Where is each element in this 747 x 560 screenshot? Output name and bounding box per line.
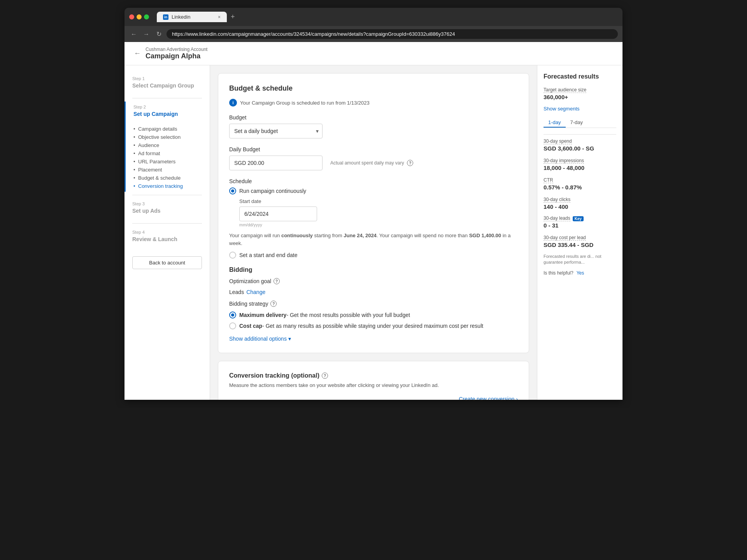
optimization-goal-value: Leads [229,289,244,295]
budget-select-wrapper: Set a daily budget Set a lifetime budget… [229,124,323,138]
tab-close-button[interactable]: × [218,14,221,20]
traffic-lights [129,14,149,19]
cost-per-lead-value: SGD 335.44 - SGD [544,242,616,248]
info-icon: i [229,99,237,107]
back-arrow-icon[interactable]: ← [134,49,141,58]
chevron-right-icon: › [516,396,518,400]
show-additional-options-link[interactable]: Show additional options ▾ [229,336,518,342]
main-layout: Step 1 Select Campaign Group Step 2 Set … [124,65,622,400]
sidebar-item-url-parameters[interactable]: URL Parameters [133,158,202,166]
back-nav-button[interactable]: ← [129,31,139,38]
conversion-tracking-title: Conversion tracking (optional) [229,372,319,379]
max-delivery-radio[interactable] [229,312,236,318]
daily-budget-help-icon[interactable]: ? [407,160,413,166]
run-continuously-label: Run campaign continuously [239,188,306,194]
step1-label: Step 1 [132,76,202,81]
info-text: Your Campaign Group is scheduled to run … [240,100,370,106]
budget-schedule-card: Budget & schedule i Your Campaign Group … [218,73,529,353]
ctr-label[interactable]: CTR [544,177,553,183]
step2-section: Step 2 Set up Campaign [126,102,210,123]
sidebar-item-audience[interactable]: Audience [133,141,202,149]
sidebar-item-conversion-tracking[interactable]: Conversion tracking [133,182,202,190]
audience-size-label[interactable]: Target audience size [544,87,586,93]
sidebar-item-ad-format[interactable]: Ad format [133,149,202,158]
forward-nav-button[interactable]: → [142,31,151,38]
reload-button[interactable]: ↻ [154,30,163,38]
max-delivery-option[interactable]: Maximum delivery- Get the most results p… [229,312,518,318]
tab-bar: in Linkedin × + [157,12,618,22]
leads-metric: 30-day leads Key 0 - 31 [544,215,616,229]
run-continuously-radio[interactable] [229,187,236,194]
step2-section-wrapper: Step 2 Set up Campaign Campaign details … [124,102,210,192]
conversion-description: Measure the actions members take on your… [229,382,518,388]
budget-type-select[interactable]: Set a daily budget Set a lifetime budget [229,124,323,138]
close-button-icon[interactable] [129,14,134,19]
browser-titlebar: in Linkedin × + [124,12,622,26]
helpful-label: Is this helpful? [544,270,573,276]
step2-label: Step 2 [133,105,202,109]
tab-7day[interactable]: 7-day [566,118,588,128]
schedule-label: Schedule [229,178,518,184]
daily-budget-hint: Actual amount spent daily may vary [330,160,404,166]
step4-label: Step 4 [132,230,202,234]
start-date-section: Start date mm/dd/yyyy [239,198,518,227]
show-segments-link[interactable]: Show segments [544,106,616,112]
budget-label: Budget [229,114,518,121]
daily-budget-input[interactable] [229,156,323,170]
sidebar-item-placement[interactable]: Placement [133,166,202,174]
back-to-account-button[interactable]: Back to account [132,256,202,269]
cost-cap-option[interactable]: Cost cap- Get as many results as possibl… [229,322,518,329]
tab-favicon: in [163,14,168,20]
bidding-strategy-help-icon[interactable]: ? [270,301,277,307]
ctr-value: 0.57% - 0.87% [544,184,616,191]
address-bar-input[interactable] [167,29,618,39]
address-bar-row: ← → ↻ [124,26,622,42]
budget-group: Budget Set a daily budget Set a lifetime… [229,114,518,138]
run-continuously-option[interactable]: Run campaign continuously [229,187,518,194]
sidebar-item-campaign-details[interactable]: Campaign details [133,125,202,133]
tab-1day[interactable]: 1-day [544,118,566,128]
sidebar-item-budget-schedule[interactable]: Budget & schedule [133,174,202,182]
conversion-tracking-help-icon[interactable]: ? [322,373,328,379]
step4-title: Review & Launch [132,236,202,242]
impressions-label[interactable]: 30-day impressions [544,158,584,164]
account-name: Cushman Advertising Account [146,47,207,52]
sidebar-item-objective-selection[interactable]: Objective selection [133,133,202,141]
sidebar-divider-1 [132,98,202,98]
optimization-goal-label: Optimization goal [229,278,271,284]
sidebar: Step 1 Select Campaign Group Step 2 Set … [124,65,210,400]
step3-section: Step 3 Set up Ads [124,198,210,220]
set-start-end-option[interactable]: Set a start and end date [229,252,518,259]
daily-budget-label: Daily Budget [229,146,518,152]
new-tab-button[interactable]: + [228,13,237,21]
maximize-button-icon[interactable] [144,14,149,19]
optimization-goal-help-icon[interactable]: ? [274,278,280,284]
set-start-end-radio[interactable] [229,252,236,259]
cost-cap-radio[interactable] [229,322,236,329]
spend-label[interactable]: 30-day spend [544,138,572,144]
campaign-name: Campaign Alpha [146,52,207,60]
conversion-tracking-card: Conversion tracking (optional) ? Measure… [218,361,529,400]
step4-section: Step 4 Review & Launch [124,227,210,248]
browser-tab[interactable]: in Linkedin × [157,12,227,22]
page-content: ← Cushman Advertising Account Campaign A… [124,42,622,400]
step3-label: Step 3 [132,201,202,206]
start-date-input[interactable] [239,206,317,221]
account-info: Cushman Advertising Account Campaign Alp… [146,47,207,60]
clicks-label[interactable]: 30-day clicks [544,197,570,203]
daily-budget-group: Daily Budget Actual amount spent daily m… [229,146,518,170]
cost-per-lead-label[interactable]: 30-day cost per lead [544,235,586,241]
change-optimization-link[interactable]: Change [246,289,265,295]
leads-label[interactable]: 30-day leads [544,215,570,221]
minimize-button-icon[interactable] [137,14,142,19]
optimization-goal-row: Optimization goal ? [229,278,518,284]
forecast-divider [544,134,616,135]
impressions-value: 18,000 - 48,000 [544,164,616,171]
create-new-conversion-link[interactable]: Create new conversion › [229,396,518,400]
audience-size-value: 360,000+ [544,94,616,100]
schedule-section: Schedule Run campaign continuously Start… [229,178,518,259]
main-content: Budget & schedule i Your Campaign Group … [210,65,537,400]
forecast-title: Forecasted results [544,73,616,80]
cost-cap-label: Cost cap- Get as many results as possibl… [239,323,483,329]
helpful-yes-link[interactable]: Yes [577,270,584,276]
